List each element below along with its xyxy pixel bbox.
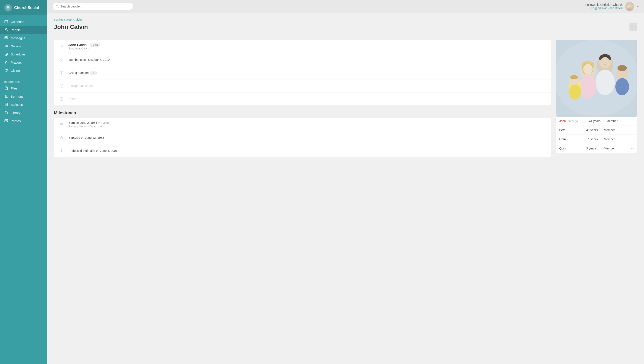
content-area: ‹ John & Beth Calvin John Calvin ··· — [47, 13, 644, 364]
family-photo — [556, 40, 637, 117]
giving-icon — [4, 69, 8, 72]
logo-text: ChurchSocial — [14, 6, 39, 10]
sidebar-item-photos[interactable]: Photos — [0, 117, 47, 125]
svg-rect-4 — [5, 37, 8, 39]
sidebar-item-schedules-label: Schedules — [11, 53, 26, 56]
milestone-birth-icon — [58, 121, 65, 128]
family-member-quinn: Quinn 9 years Member ··· — [556, 144, 637, 153]
svg-rect-10 — [5, 111, 6, 114]
messages-icon — [4, 36, 8, 40]
family-member-beth-age: 41 years — [586, 128, 601, 132]
person-info-card: John Calvin Male Johannes Calvin — [54, 40, 551, 105]
bulletins-icon — [4, 103, 8, 106]
sidebar-item-people[interactable]: People — [0, 26, 47, 34]
breadcrumb: ‹ John & Beth Calvin — [54, 18, 637, 22]
schedules-icon — [4, 52, 8, 56]
sidebar-item-files[interactable]: Files — [0, 84, 47, 92]
svg-point-25 — [60, 84, 63, 88]
family-member-quinn-role: Member — [604, 147, 628, 150]
milestone-baptism-text: Baptized on June 12, 1983 — [68, 136, 104, 139]
svg-point-19 — [630, 5, 632, 8]
photo-background — [556, 40, 637, 117]
sidebar-item-calendar[interactable]: Calendar — [0, 18, 47, 26]
milestone-baptism: Baptized on June 12, 1983 — [54, 131, 551, 144]
giving-label: Giving number: — [68, 71, 89, 75]
giving-content: Giving number: 5 — [68, 71, 546, 75]
milestones-section: Milestones — [54, 111, 551, 157]
giving-icon-row — [58, 69, 65, 76]
sidebar-item-sermons[interactable]: Sermons — [0, 92, 47, 100]
files-icon — [4, 86, 8, 90]
sidebar-item-prayers-label: Prayers — [11, 61, 22, 64]
sidebar-item-groups[interactable]: Groups — [0, 42, 47, 50]
user-info: Fellowship Christian Church Logged in as… — [586, 2, 639, 11]
logo[interactable]: ChurchSocial — [0, 0, 47, 16]
sidebar-item-bulletins[interactable]: Bulletins — [0, 100, 47, 109]
family-member-liam-role: Member — [604, 137, 628, 141]
svg-rect-27 — [60, 124, 63, 126]
name-row: John Calvin Male Johannes Calvin — [54, 40, 551, 53]
family-member-beth-name[interactable]: Beth — [559, 128, 584, 132]
milestone-faith-text: Professed their faith on June 3, 2001 — [68, 149, 118, 152]
sidebar-item-calendar-label: Calendar — [11, 20, 24, 24]
sidebar-item-schedules[interactable]: Schedules — [0, 50, 47, 58]
milestone-faith-content: Professed their faith on June 3, 2001 — [68, 149, 118, 152]
svg-point-23 — [61, 45, 62, 47]
family-member-liam-name[interactable]: Liam — [559, 137, 584, 141]
more-options-button[interactable]: ··· — [630, 23, 637, 31]
sidebar-item-messages-label: Messages — [11, 36, 25, 40]
notes-row: Notes — [54, 93, 551, 105]
photos-icon — [4, 119, 8, 123]
svg-point-18 — [627, 6, 629, 8]
content-grid: John Calvin Male Johannes Calvin — [54, 40, 637, 157]
page-title: John Calvin — [54, 24, 88, 31]
main-area: Fellowship Christian Church Logged in as… — [47, 0, 644, 364]
name-content: John Calvin Male Johannes Calvin — [68, 43, 546, 50]
member-since-row: Member since October 3, 2010 — [54, 53, 551, 66]
milestone-birth-sub: Father / Mother / Death date — [68, 125, 110, 128]
sidebar-item-giving[interactable]: Giving — [0, 66, 47, 75]
milestone-faith-icon — [58, 147, 65, 154]
svg-rect-52 — [556, 40, 637, 117]
family-member-john: John(primary) 41 years Member — [556, 117, 637, 126]
sidebar-item-library[interactable]: Library — [0, 109, 47, 117]
notes-placeholder: Notes — [68, 97, 76, 101]
background-check-content: Background check — [68, 84, 546, 88]
check-icon-row — [58, 83, 65, 89]
home-icon-row — [58, 56, 65, 63]
svg-rect-11 — [6, 111, 7, 114]
background-check-row: Background check — [54, 80, 551, 93]
family-member-john-name[interactable]: John(primary) — [559, 119, 586, 123]
svg-point-8 — [6, 95, 7, 96]
avatar[interactable] — [625, 2, 634, 11]
milestones-card: Born on June 2, 1983 (41 years) Father /… — [54, 118, 551, 157]
sidebar-item-messages[interactable]: Messages — [0, 34, 47, 42]
svg-rect-12 — [7, 112, 8, 114]
main-nav: Calendar People Messages — [0, 16, 47, 77]
search-bar[interactable] — [52, 3, 134, 10]
family-member-liam-more[interactable]: ··· — [631, 137, 634, 141]
right-panel: John(primary) 41 years Member Beth 41 ye… — [556, 40, 637, 157]
library-icon — [4, 111, 8, 115]
family-member-quinn-more[interactable]: ··· — [631, 146, 634, 150]
calendar-icon — [4, 20, 8, 24]
member-since-text: Member since October 3, 2010 — [68, 58, 110, 62]
search-input[interactable] — [60, 5, 130, 8]
notes-icon-row — [58, 96, 65, 102]
sidebar-item-prayers[interactable]: Prayers — [0, 58, 47, 66]
family-member-quinn-name[interactable]: Quinn — [559, 147, 584, 150]
church-name: Fellowship Christian Church — [586, 3, 622, 7]
svg-rect-28 — [61, 125, 62, 126]
family-member-liam-age: 11 years — [586, 137, 601, 141]
resources-label: RESOURCES — [0, 79, 47, 84]
giving-number: 5 — [90, 71, 97, 75]
milestone-birth-text: Born on June 2, 1983 (41 years) — [68, 121, 110, 124]
milestones-title: Milestones — [54, 111, 551, 115]
notes-content: Notes — [68, 97, 546, 101]
milestone-faith: Professed their faith on June 3, 2001 — [54, 144, 551, 157]
resources-nav: RESOURCES Files Sermons — [0, 77, 47, 127]
breadcrumb-parent[interactable]: John & Beth Calvin — [56, 18, 82, 22]
svg-point-6 — [6, 45, 8, 46]
milestone-baptism-content: Baptized on June 12, 1983 — [68, 136, 104, 139]
family-member-beth-more[interactable]: ··· — [631, 128, 634, 132]
